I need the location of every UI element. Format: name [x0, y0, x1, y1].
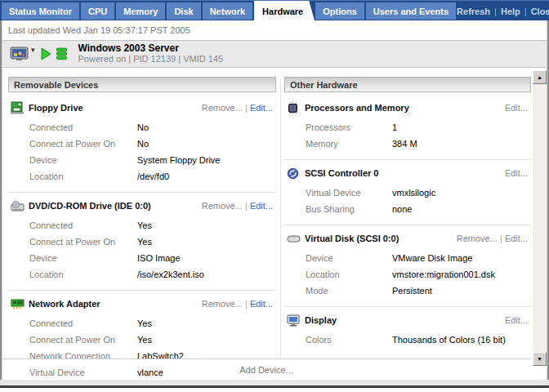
property-label: Bus Sharing — [306, 204, 392, 214]
property-label: Location — [29, 172, 137, 181]
scroll-down-button[interactable]: ▼ — [533, 352, 547, 366]
device-property-row: Connected Yes — [8, 315, 276, 332]
removable-devices-header: Removable Devices — [8, 77, 276, 92]
property-label: Connect at Power On — [29, 237, 137, 247]
property-label: Location — [306, 270, 392, 279]
device-display: Display Edit... Colors Thousands of Colo… — [284, 306, 531, 355]
power-on-button[interactable] — [40, 47, 51, 60]
tab-options[interactable]: Options — [315, 2, 364, 20]
property-label: Connect at Power On — [29, 139, 137, 149]
device-property-row: Location /iso/ex2k3ent.iso — [8, 266, 276, 283]
edit-link[interactable]: Edit... — [505, 168, 528, 178]
edit-link[interactable]: Edit... — [505, 315, 528, 325]
property-label: Memory — [306, 139, 392, 149]
property-value: vmxlsilogic — [392, 188, 435, 198]
property-label: Connected — [29, 318, 137, 328]
tab-disk[interactable]: Disk — [167, 2, 200, 20]
property-value: ISO Image — [137, 253, 181, 263]
console-button[interactable]: ▾ — [10, 47, 35, 62]
vertical-scrollbar[interactable]: ▲ ▼ — [533, 70, 547, 366]
play-icon — [40, 47, 51, 60]
scroll-up-arrow-icon: ▲ — [537, 74, 542, 80]
remove-link[interactable]: Remove... — [202, 201, 243, 211]
remove-link[interactable]: Remove... — [202, 299, 243, 309]
console-dropdown-caret-icon[interactable]: ▾ — [31, 46, 35, 54]
device-title: SCSI Controller 0 — [305, 168, 378, 178]
property-label: Device — [306, 253, 392, 263]
tab-cpu[interactable]: CPU — [81, 2, 114, 20]
vm-name: Windows 2003 Server — [78, 43, 224, 54]
scsi-controller-icon — [287, 167, 305, 180]
device-virtual-disk: Virtual Disk (SCSI 0:0) Remove... | Edit… — [284, 225, 531, 306]
property-value: Yes — [137, 335, 152, 345]
status-line: Last updated Wed Jan 19 05:37:17 PST 200… — [2, 20, 547, 40]
last-updated-text: Last updated Wed Jan 19 05:37:17 PST 200… — [8, 25, 190, 35]
property-value: Thousands of Colors (16 bit) — [392, 335, 506, 345]
device-property-row: Bus Sharing none — [284, 201, 531, 217]
floppy-drive-icon — [11, 101, 29, 114]
device-property-row: Colors Thousands of Colors (16 bit) — [284, 332, 531, 348]
device-property-row: Memory 384 M — [284, 136, 531, 152]
device-property-row: Connect at Power On Yes — [8, 332, 276, 348]
tab-users-and-events[interactable]: Users and Events — [366, 2, 456, 20]
device-property-row: Connect at Power On Yes — [8, 234, 276, 250]
tab-hardware[interactable]: Hardware — [254, 1, 315, 21]
device-title: DVD/CD-ROM Drive (IDE 0:0) — [29, 201, 151, 211]
remove-link[interactable]: Remove... — [202, 103, 243, 113]
nav-action-links: Refresh | Help | Close — [457, 1, 549, 21]
power-state-stack-icon — [56, 47, 67, 60]
device-property-row: Virtual Device vmxlsilogic — [284, 185, 531, 201]
property-value: Yes — [137, 220, 152, 230]
add-device-link[interactable]: Add Device... — [2, 365, 531, 375]
property-label: Network Connection — [29, 351, 137, 361]
property-value: No — [137, 139, 149, 149]
help-link[interactable]: Help — [501, 7, 520, 16]
device-floppy-drive: Floppy Drive Remove... | Edit... Connect… — [8, 95, 276, 192]
refresh-link[interactable]: Refresh — [457, 7, 490, 16]
tab-memory[interactable]: Memory — [116, 2, 165, 20]
tab-network[interactable]: Network — [203, 2, 252, 20]
scroll-up-button[interactable]: ▲ — [533, 70, 547, 84]
edit-link[interactable]: Edit... — [250, 103, 273, 113]
edit-link[interactable]: Edit... — [250, 201, 273, 211]
remove-link[interactable]: Remove... — [457, 234, 498, 243]
removable-devices-column: Removable Devices Floppy Drive Remo — [8, 77, 276, 388]
property-label: Location — [29, 270, 137, 279]
footer-divider — [2, 359, 531, 359]
vm-toolbar: ▾ Windows 2003 Server Powered on | PID 1… — [2, 40, 547, 68]
device-title: Virtual Disk (SCSI 0:0) — [305, 234, 399, 243]
device-property-row: Connected No — [8, 119, 276, 136]
vmware-management-window: Status Monitor CPU Memory Disk Network H… — [0, 0, 549, 392]
hardware-content: Removable Devices Floppy Drive Remo — [2, 69, 547, 381]
property-value: none — [392, 204, 412, 214]
property-value: 384 M — [392, 139, 417, 149]
device-property-row: Location /dev/fd0 — [8, 168, 276, 185]
property-label: Connect at Power On — [29, 335, 137, 345]
close-link[interactable]: Close — [531, 7, 549, 16]
link-separator: | — [524, 7, 527, 16]
device-property-row: Network Connection LabSwitch2 — [8, 348, 276, 364]
tab-status-monitor[interactable]: Status Monitor — [2, 2, 79, 20]
property-label: Processors — [306, 122, 392, 132]
property-value: System Floppy Drive — [137, 155, 220, 165]
scroll-down-arrow-icon: ▼ — [537, 356, 542, 362]
property-label: Device — [29, 155, 137, 165]
device-property-row: Device System Floppy Drive — [8, 152, 276, 168]
vm-identity: Windows 2003 Server Powered on | PID 121… — [78, 43, 224, 65]
vm-status-text: Powered on | PID 12139 | VMID 145 — [78, 54, 224, 65]
link-separator: | — [494, 7, 497, 16]
device-property-row: Connected Yes — [8, 217, 276, 234]
action-separator: | — [245, 299, 248, 309]
top-nav-bar: Status Monitor CPU Memory Disk Network H… — [0, 0, 549, 21]
device-title: Display — [305, 315, 337, 325]
device-property-row: Location vmstore:migration001.dsk — [284, 266, 531, 283]
edit-link[interactable]: Edit... — [505, 234, 528, 243]
device-title: Processors and Memory — [305, 103, 409, 113]
property-value: Persistent — [392, 286, 432, 296]
other-hardware-header: Other Hardware — [284, 77, 531, 92]
other-hardware-column: Other Hardware Processors and Memory — [284, 77, 531, 355]
edit-link[interactable]: Edit... — [505, 103, 528, 113]
device-scsi-controller: SCSI Controller 0 Edit... Virtual Device… — [284, 159, 531, 225]
edit-link[interactable]: Edit... — [250, 299, 273, 309]
property-value: LabSwitch2 — [137, 351, 184, 361]
